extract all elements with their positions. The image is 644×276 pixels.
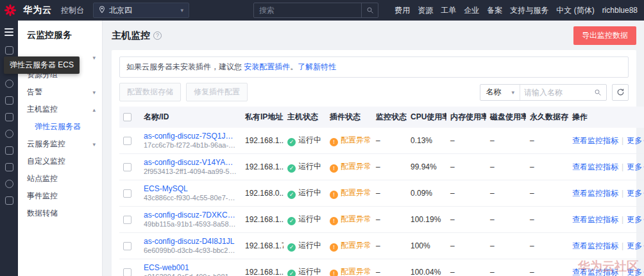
- sidebar-item-alarms[interactable]: 告警 ▾: [18, 83, 102, 101]
- table-toolbar: 配置数据存储 修复插件配置 名称 ▾: [119, 83, 629, 101]
- nav-account[interactable]: richblue88: [602, 6, 638, 15]
- nav-support[interactable]: 支持与服务: [510, 5, 548, 16]
- col-cpu: CPU使用率?: [407, 107, 446, 128]
- huawei-logo-icon[interactable]: [4, 4, 17, 17]
- warning-icon: !: [330, 217, 338, 225]
- sidebar-item-site-monitoring[interactable]: 站点监控: [18, 170, 102, 187]
- view-metrics-link[interactable]: 查看监控指标: [572, 189, 618, 198]
- instance-name-link[interactable]: as-config-discuz-7DXKCIRN: [144, 211, 237, 220]
- more-actions-link[interactable]: 更多: [627, 189, 642, 198]
- instance-name-link[interactable]: ECS-web001: [144, 263, 237, 273]
- instance-id: 6e6099b0-d3cb-4c93-bbc2-18...: [144, 246, 237, 255]
- instance-name-link[interactable]: as-config-discuz-D4I8J1JL: [144, 237, 237, 246]
- nav-tickets[interactable]: 工单: [441, 5, 456, 16]
- plugin-status: 配置异常: [341, 267, 371, 276]
- row-checkbox[interactable]: [123, 268, 131, 276]
- nav-language[interactable]: 中文 (简体): [556, 5, 594, 16]
- row-checkbox[interactable]: [123, 137, 131, 145]
- search-icon[interactable]: [361, 3, 378, 17]
- host-status: 运行中: [298, 135, 321, 144]
- service-icon[interactable]: [5, 180, 13, 188]
- topbar: 华为云 控制台 北京四 ▾ 搜索: [0, 0, 644, 21]
- col-name-id: 名称/ID: [140, 107, 241, 128]
- page-header: 主机监控 ? 导出监控数据: [112, 24, 636, 46]
- service-icon[interactable]: [5, 113, 13, 121]
- global-search-input[interactable]: 搜索: [253, 3, 378, 18]
- repair-plugin-button[interactable]: 修复插件配置: [186, 83, 248, 101]
- chevron-down-icon: ▾: [92, 55, 96, 61]
- brand-name[interactable]: 华为云: [23, 4, 52, 16]
- nav-billing[interactable]: 费用: [394, 5, 410, 16]
- banner-text: 如果云服务器未安装插件，建议您: [126, 62, 244, 71]
- more-actions-link[interactable]: 更多: [627, 268, 642, 276]
- view-metrics-link[interactable]: 查看监控指标: [572, 215, 618, 224]
- sidebar-item-ecs-active[interactable]: 弹性云服务器: [18, 118, 102, 135]
- more-actions-link[interactable]: 更多: [627, 241, 642, 250]
- topbar-left: 华为云 控制台 北京四 ▾: [0, 3, 189, 18]
- more-actions-link[interactable]: 更多: [627, 136, 642, 145]
- table-row: ECS-MySQL43c886cc-f930-4c55-80e7-01a... …: [119, 180, 644, 207]
- view-metrics-link[interactable]: 查看监控指标: [572, 162, 618, 171]
- instance-name-link[interactable]: ECS-MySQL: [144, 184, 237, 194]
- service-icon[interactable]: [5, 130, 13, 138]
- service-icon[interactable]: [5, 163, 13, 171]
- dashboard-icon[interactable]: [5, 46, 13, 55]
- filter-field-select[interactable]: 名称 ▾: [480, 85, 520, 100]
- instance-id: e0162894-0c5d-499e-b981-58...: [144, 273, 237, 276]
- refresh-button[interactable]: [612, 84, 629, 101]
- sidebar-item-host-monitoring[interactable]: 主机监控 ▴: [18, 101, 102, 118]
- sidebar-item-data-dump[interactable]: 数据转储: [18, 205, 102, 222]
- ecs-tooltip: 弹性云服务器 ECS: [4, 56, 80, 74]
- instance-name-link[interactable]: as-config-discuz-V14YAR2K: [144, 158, 237, 168]
- view-metrics-link[interactable]: 查看监控指标: [572, 241, 618, 250]
- nav-beian[interactable]: 备案: [487, 5, 502, 16]
- search-icon[interactable]: [589, 89, 606, 96]
- sidebar-item-cloud-service-monitoring[interactable]: 云服务监控 ▾: [18, 135, 102, 153]
- plugin-status: 配置异常: [341, 241, 371, 250]
- install-plugin-link[interactable]: 安装配置插件: [244, 62, 290, 71]
- warning-icon: !: [330, 138, 338, 146]
- service-icon[interactable]: [5, 146, 13, 155]
- table-header-row: 名称/ID 私有IP地址 主机状态 插件状态 监控状态 CPU使用率? 内存使用…: [119, 107, 644, 128]
- row-checkbox[interactable]: [123, 242, 131, 250]
- nav-enterprise[interactable]: 企业: [464, 5, 479, 16]
- running-status-icon: ✓: [287, 243, 296, 252]
- learn-features-link[interactable]: 了解新特性: [298, 62, 336, 71]
- service-icon[interactable]: [5, 96, 13, 105]
- export-monitoring-data-button[interactable]: 导出监控数据: [573, 26, 636, 45]
- console-link[interactable]: 控制台: [58, 5, 87, 16]
- chevron-down-icon: ▾: [92, 89, 96, 96]
- sidebar-title: 云监控服务: [18, 21, 102, 49]
- col-monitor-status: 监控状态: [372, 107, 407, 128]
- filter-control: 名称 ▾: [480, 84, 607, 101]
- region-selector[interactable]: 北京四 ▾: [93, 3, 189, 18]
- more-actions-link[interactable]: 更多: [627, 162, 642, 171]
- name-search-input[interactable]: [520, 88, 589, 97]
- more-actions-link[interactable]: 更多: [627, 215, 642, 224]
- huawei-cloud-console: 华为云 控制台 北京四 ▾ 搜索: [0, 0, 644, 276]
- chevron-up-icon: ▴: [92, 107, 96, 113]
- nav-resources[interactable]: 资源: [418, 5, 433, 16]
- plugin-status: 配置异常: [341, 135, 371, 144]
- row-checkbox[interactable]: [123, 216, 131, 224]
- sidebar-item-event-monitoring[interactable]: 事件监控: [18, 187, 102, 205]
- view-metrics-link[interactable]: 查看监控指标: [572, 136, 618, 145]
- view-metrics-link[interactable]: 查看监控指标: [572, 268, 618, 276]
- table-row: as-config-discuz-7DXKCIRN49bb115a-91b1-4…: [119, 207, 644, 233]
- select-all-checkbox[interactable]: [123, 113, 131, 121]
- sidebar-item-custom-monitoring[interactable]: 自定义监控: [18, 153, 102, 170]
- row-checkbox[interactable]: [123, 189, 131, 198]
- col-plugin-status: 插件状态: [326, 107, 372, 128]
- plugin-status: 配置异常: [341, 188, 371, 197]
- configure-data-storage-button[interactable]: 配置数据存储: [119, 83, 181, 101]
- service-icon[interactable]: [5, 80, 13, 88]
- instance-name-link[interactable]: as-config-discuz-7SQ1JQOC: [144, 132, 237, 141]
- help-icon[interactable]: ?: [153, 31, 162, 40]
- service-icon[interactable]: [5, 196, 13, 205]
- menu-icon[interactable]: [4, 26, 13, 38]
- table-row: as-config-discuz-7SQ1JQOC17cc6c7b-f272-4…: [119, 128, 644, 154]
- region-label: 北京四: [109, 5, 176, 16]
- warning-icon: !: [330, 270, 338, 276]
- row-checkbox[interactable]: [123, 163, 131, 171]
- warning-icon: !: [330, 164, 338, 173]
